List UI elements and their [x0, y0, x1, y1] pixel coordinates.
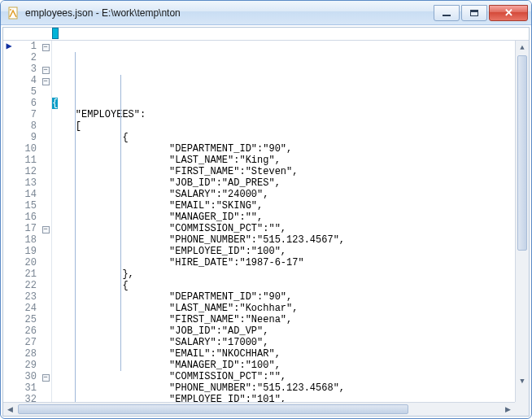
- bookmark-cell: [3, 200, 15, 212]
- fold-cell[interactable]: [40, 291, 51, 303]
- fold-cell[interactable]: −: [40, 75, 51, 86]
- code-line[interactable]: "COMMISSION_PCT":"",: [52, 371, 515, 382]
- code-line[interactable]: "EMAIL":"NKOCHHAR",: [52, 348, 515, 360]
- code-line[interactable]: "HIRE_DATE":"1987-6-17": [52, 257, 515, 268]
- code-line[interactable]: "JOB_ID":"AD_PRES",: [52, 177, 515, 189]
- horizontal-scrollbar[interactable]: ◀ ▶: [3, 402, 529, 416]
- code-line[interactable]: "MANAGER_ID":"",: [52, 212, 515, 223]
- fold-cell[interactable]: [40, 120, 51, 132]
- line-number-column: 1234567891011121314151617181920212223242…: [15, 41, 40, 402]
- code-line[interactable]: "JOB_ID":"AD_VP",: [52, 325, 515, 337]
- fold-toggle-icon[interactable]: −: [42, 226, 50, 234]
- fold-cell[interactable]: [40, 234, 51, 246]
- minimize-button[interactable]: [434, 5, 460, 21]
- scroll-down-icon[interactable]: ▼: [516, 374, 529, 388]
- fold-cell[interactable]: [40, 348, 51, 360]
- line-number: 21: [15, 268, 37, 280]
- code-line[interactable]: "LAST_NAME":"Kochhar",: [52, 303, 515, 314]
- code-line[interactable]: "EMPLOYEE_ID":"100",: [52, 246, 515, 257]
- fold-cell[interactable]: [40, 177, 51, 189]
- code-line[interactable]: "PHONE_NUMBER":"515.123.4568",: [52, 382, 515, 394]
- code-line[interactable]: "EMPLOYEES":: [52, 109, 515, 120]
- code-line[interactable]: "EMAIL":"SKING",: [52, 200, 515, 212]
- bookmark-cell: [3, 63, 15, 75]
- code-line[interactable]: [: [52, 120, 515, 132]
- fold-cell[interactable]: [40, 86, 51, 98]
- code-body[interactable]: { "EMPLOYEES": [ { "DEPARTMENT_ID":"90",…: [52, 41, 515, 402]
- fold-toggle-icon[interactable]: −: [42, 67, 50, 74]
- code-line[interactable]: },: [52, 268, 515, 280]
- vertical-scrollbar[interactable]: ▲ ▼: [515, 41, 529, 402]
- line-number: 1: [15, 41, 37, 52]
- line-number: 10: [15, 143, 37, 155]
- gutter: ▶ 12345678910111213141516171819202122232…: [3, 41, 52, 402]
- fold-cell[interactable]: [40, 268, 51, 280]
- fold-cell[interactable]: [40, 155, 51, 166]
- code-line[interactable]: {: [52, 98, 515, 109]
- code-line[interactable]: {: [52, 132, 515, 143]
- code-line[interactable]: "SALARY":"24000",: [52, 189, 515, 200]
- line-number: 19: [15, 246, 37, 257]
- title-bar[interactable]: employees.json - E:\work\temp\nton ✕: [1, 1, 531, 25]
- fold-cell[interactable]: [40, 394, 51, 402]
- bookmark-cell: [3, 360, 15, 371]
- fold-cell[interactable]: [40, 337, 51, 348]
- line-number: 29: [15, 360, 37, 371]
- fold-cell[interactable]: [40, 98, 51, 109]
- scroll-left-icon[interactable]: ◀: [3, 403, 17, 416]
- fold-cell[interactable]: [40, 257, 51, 268]
- fold-cell[interactable]: −: [40, 63, 51, 75]
- code-line[interactable]: "FIRST_NAME":"Neena",: [52, 314, 515, 325]
- bookmark-cell: [3, 325, 15, 337]
- code-line[interactable]: "DEPARTMENT_ID":"90",: [52, 291, 515, 303]
- code-line[interactable]: "SALARY":"17000",: [52, 337, 515, 348]
- scroll-right-icon[interactable]: ▶: [501, 403, 515, 416]
- fold-cell[interactable]: −: [40, 41, 51, 52]
- svg-point-1: [10, 9, 11, 11]
- bookmark-cell: [3, 382, 15, 394]
- line-number: 16: [15, 212, 37, 223]
- code-line[interactable]: "COMMISSION_PCT":"",: [52, 223, 515, 234]
- code-line[interactable]: "LAST_NAME":"King",: [52, 155, 515, 166]
- line-number: 14: [15, 189, 37, 200]
- fold-cell[interactable]: [40, 212, 51, 223]
- bookmark-cell: [3, 177, 15, 189]
- code-line[interactable]: "FIRST_NAME":"Steven",: [52, 166, 515, 177]
- bookmark-cell: [3, 303, 15, 314]
- line-number: 11: [15, 155, 37, 166]
- vertical-scroll-thumb[interactable]: [517, 55, 527, 251]
- fold-cell[interactable]: [40, 314, 51, 325]
- fold-cell[interactable]: −: [40, 223, 51, 234]
- fold-cell[interactable]: [40, 303, 51, 314]
- fold-cell[interactable]: [40, 360, 51, 371]
- fold-toggle-icon[interactable]: −: [42, 78, 50, 85]
- fold-cell[interactable]: [40, 246, 51, 257]
- fold-guide: [120, 75, 121, 223]
- maximize-button[interactable]: [461, 5, 487, 21]
- code-line[interactable]: "PHONE_NUMBER":"515.123.4567",: [52, 234, 515, 246]
- fold-cell[interactable]: [40, 200, 51, 212]
- fold-cell[interactable]: [40, 166, 51, 177]
- fold-cell[interactable]: [40, 189, 51, 200]
- bookmark-column: ▶: [3, 41, 15, 402]
- fold-cell[interactable]: [40, 382, 51, 394]
- fold-cell[interactable]: [40, 52, 51, 63]
- fold-guide: [75, 52, 76, 402]
- fold-cell[interactable]: [40, 109, 51, 120]
- fold-cell[interactable]: [40, 143, 51, 155]
- horizontal-scroll-thumb[interactable]: [18, 404, 408, 414]
- fold-cell[interactable]: [40, 132, 51, 143]
- code-line[interactable]: "MANAGER_ID":"100",: [52, 360, 515, 371]
- code-line[interactable]: "EMPLOYEE_ID":"101",: [52, 394, 515, 402]
- close-button[interactable]: ✕: [489, 5, 528, 21]
- fold-column[interactable]: −−−−−: [40, 41, 51, 402]
- fold-toggle-icon[interactable]: −: [42, 374, 50, 382]
- fold-cell[interactable]: [40, 325, 51, 337]
- fold-cell[interactable]: −: [40, 371, 51, 382]
- code-line[interactable]: {: [52, 280, 515, 291]
- code-line[interactable]: "DEPARTMENT_ID":"90",: [52, 143, 515, 155]
- line-number: 20: [15, 257, 37, 268]
- fold-cell[interactable]: [40, 280, 51, 291]
- scroll-up-icon[interactable]: ▲: [516, 41, 529, 55]
- fold-toggle-icon[interactable]: −: [42, 44, 50, 51]
